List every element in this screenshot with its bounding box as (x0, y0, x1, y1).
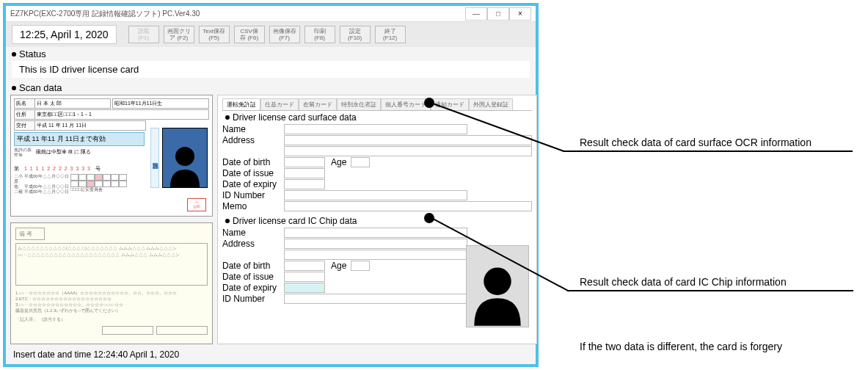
svg-point-0 (175, 147, 194, 166)
callout-line-2b (567, 290, 853, 291)
surface-address2-input[interactable] (284, 146, 532, 156)
tab-mynumber[interactable]: 個人番号カード (381, 98, 431, 110)
person-silhouette-icon (471, 259, 524, 327)
person-silhouette-icon (167, 142, 203, 187)
ic-dob-input[interactable] (284, 261, 325, 271)
card-photo (162, 128, 208, 188)
scan-images-column: 氏名日 本 太 郎 昭和11年11月11日生 住所東京都□□区□□□1－1－1 … (10, 95, 213, 344)
annotation-ocr: Result check data of card surface OCR in… (580, 137, 812, 148)
card-back-image: 備 考 ム△△△△△△△△△△(△△△△)△△△△△△△ ムムム△△△ ムムム△… (10, 222, 213, 344)
ic-address2-input[interactable] (284, 250, 467, 260)
surface-name-input[interactable] (284, 124, 467, 134)
status-text: This is ID driver license card (12, 61, 530, 78)
window-title: EZ7KPC(EXC-2700専用 記録情報確認ソフト) PC.Ver4.30 (10, 9, 465, 19)
ic-data-section: Driver license card IC Chip data Name Ad… (222, 216, 532, 304)
tab-foreign-reg[interactable]: 外国人登録証 (469, 98, 513, 110)
surface-data-section: Driver license card surface data Name Ad… (222, 112, 532, 211)
stamp-icon: ○○公印 (187, 198, 206, 211)
tab-jukicard[interactable]: 住基カード (260, 98, 299, 110)
toolbar-btn-settings[interactable]: 設定 (F10) (340, 26, 371, 43)
status-label: Status (6, 47, 536, 61)
surface-idnum-input[interactable] (284, 190, 467, 200)
insert-datetime: Insert date and time 12:24:40 April 1, 2… (13, 349, 179, 360)
toolbar-btn-exit[interactable]: 終了 (F12) (375, 26, 406, 43)
callout-line-1b (563, 150, 853, 152)
ic-name-input[interactable] (284, 228, 467, 238)
validity-bar: 平成 11 年11 月 11日まで有効 (14, 132, 145, 146)
card-front-image: 氏名日 本 太 郎 昭和11年11月11日生 住所東京都□□区□□□1－1－1 … (10, 95, 213, 217)
surface-doe-input[interactable] (284, 179, 325, 189)
toolbar-btn-csvsave[interactable]: CSV保存 (F6) (234, 26, 265, 43)
toolbar-btn-read[interactable]: 読取 (F1) (128, 26, 159, 43)
maximize-button[interactable]: □ (487, 7, 509, 21)
card-type-tabs: 運転免許証 住基カード 在留カード 特別永住者証 個人番号カード 通知カード 外… (222, 98, 532, 111)
surface-address-input[interactable] (284, 135, 532, 145)
toolbar-btn-print[interactable]: 印刷 (F8) (304, 26, 335, 43)
toolbar-btn-imgsave[interactable]: 画像保存 (F7) (269, 26, 300, 43)
toolbar-btn-textsave[interactable]: Text保存 (F5) (199, 26, 230, 43)
toolbar-btn-clear[interactable]: 画面クリア (F2) (164, 26, 194, 43)
annotation-forgery: If the two data is different, the card i… (580, 341, 782, 352)
ic-address-input[interactable] (284, 239, 467, 249)
surface-doi-input[interactable] (284, 168, 325, 178)
scan-data-label: Scan data (6, 81, 536, 95)
tab-driver-license[interactable]: 運転免許証 (222, 98, 260, 110)
titlebar: EZ7KPC(EXC-2700専用 記録情報確認ソフト) PC.Ver4.30 … (6, 6, 536, 22)
data-panel: 運転免許証 住基カード 在留カード 特別永住者証 個人番号カード 通知カード 外… (217, 95, 537, 344)
toolbar: 12:25, April 1, 2020 読取 (F1) 画面クリア (F2) … (6, 22, 536, 47)
ic-idnum-input[interactable] (284, 294, 467, 304)
ic-doi-input[interactable] (284, 272, 325, 282)
ic-photo (466, 245, 529, 327)
surface-memo-input[interactable] (284, 201, 532, 211)
close-button[interactable]: × (509, 7, 531, 21)
surface-dob-input[interactable] (284, 157, 325, 167)
surface-age-input[interactable] (351, 157, 370, 167)
time-display: 12:25, April 1, 2020 (12, 25, 117, 44)
annotation-ic: Result check data of card IC Chip inform… (580, 276, 787, 288)
app-window: EZ7KPC(EXC-2700専用 記録情報確認ソフト) PC.Ver4.30 … (3, 3, 539, 367)
svg-point-1 (484, 267, 511, 294)
ic-doe-input[interactable] (284, 283, 325, 293)
ic-age-input[interactable] (351, 261, 370, 271)
card-title-vertical: 運転免許証 (150, 128, 159, 188)
minimize-button[interactable]: — (465, 7, 487, 21)
tab-special-perm[interactable]: 特別永住者証 (337, 98, 381, 110)
tab-residence[interactable]: 在留カード (299, 98, 337, 110)
